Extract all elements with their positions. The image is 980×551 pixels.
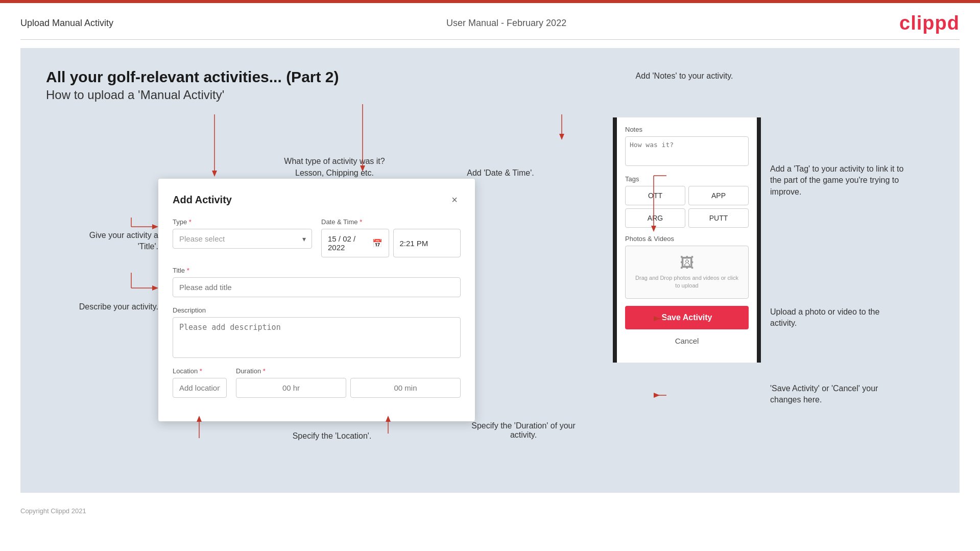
location-required: *	[200, 367, 202, 375]
datetime-inputs: 15 / 02 / 2022 📅 2:21 PM	[321, 229, 461, 257]
date-field: 15 / 02 / 2022 📅	[321, 229, 389, 257]
cancel-button[interactable]: Cancel	[673, 334, 701, 347]
main-subheading: How to upload a 'Manual Activity'	[46, 88, 934, 102]
add-activity-modal: Add Activity × Type * Please select	[158, 179, 475, 421]
type-datetime-row: Type * Please select ▾ Date & Time	[173, 218, 461, 257]
phone-panel: Notes Tags OTT APP ARG PUTT Photos & Vid…	[613, 117, 761, 363]
main-heading: All your golf-relevant activities... (Pa…	[46, 68, 934, 86]
annotation-give-title: Give your activity a 'Title'.	[77, 230, 158, 253]
annotation-tag: Add a 'Tag' to your activity to link it …	[770, 163, 913, 198]
annotation-describe: Describe your activity.	[77, 301, 158, 313]
type-group: Type * Please select ▾	[173, 218, 312, 257]
annotation-notes: Add 'Notes' to your activity.	[633, 71, 735, 81]
modal-close-button[interactable]: ×	[448, 193, 461, 207]
photo-upload-area[interactable]: 🖼 Drag and Drop photos and videos or cli…	[625, 246, 749, 299]
title-group: Title *	[173, 267, 461, 297]
duration-hr-input[interactable]	[236, 378, 346, 398]
description-textarea[interactable]	[173, 317, 461, 358]
location-group: Location *	[173, 367, 227, 398]
tag-app[interactable]: APP	[688, 186, 749, 205]
center-col: What type of activity was it? Lesson, Ch…	[158, 117, 587, 472]
notes-label: Notes	[625, 126, 749, 133]
annotation-location: Specify the 'Location'.	[281, 432, 383, 441]
header-divider	[20, 39, 960, 40]
type-select[interactable]: Please select	[173, 229, 312, 249]
description-label: Description	[173, 306, 461, 314]
annotation-save: 'Save Activity' or 'Cancel' your changes…	[770, 383, 908, 406]
location-label: Location *	[173, 367, 227, 375]
photo-icon: 🖼	[634, 254, 740, 271]
datetime-label: Date & Time *	[321, 218, 461, 226]
page-title: Upload Manual Activity	[20, 18, 113, 29]
location-input[interactable]	[173, 378, 227, 398]
right-col: Add 'Notes' to your activity. Notes Tags…	[603, 117, 934, 363]
header: Upload Manual Activity User Manual - Feb…	[0, 3, 980, 39]
photos-label: Photos & Videos	[625, 235, 749, 243]
top-annotation-row: What type of activity was it? Lesson, Ch…	[271, 117, 587, 179]
phone-panel-area: Notes Tags OTT APP ARG PUTT Photos & Vid…	[603, 117, 934, 363]
annotation-duration: Specify the 'Duration' of your activity.	[465, 421, 582, 440]
tag-ott[interactable]: OTT	[625, 186, 685, 205]
photo-upload-text: Drag and Drop photos and videos or click…	[634, 274, 740, 290]
right-side-annotations: Add a 'Tag' to your activity to link it …	[770, 117, 923, 363]
tag-arg[interactable]: ARG	[625, 208, 685, 228]
annotation-upload: Upload a photo or video to the activity.	[770, 306, 882, 329]
duration-group: Duration *	[236, 367, 461, 398]
type-select-wrapper: Please select ▾	[173, 229, 312, 249]
title-input[interactable]	[173, 277, 461, 297]
full-layout: Give your activity a 'Title'. Describe y…	[46, 117, 934, 472]
time-field: 2:21 PM	[393, 229, 461, 257]
save-activity-button[interactable]: Save Activity	[625, 306, 749, 329]
tags-grid: OTT APP ARG PUTT	[625, 186, 749, 228]
type-label: Type *	[173, 218, 312, 226]
logo: clippd	[899, 12, 960, 34]
duration-min-input[interactable]	[350, 378, 461, 398]
modal-header: Add Activity ×	[173, 193, 461, 207]
type-required: *	[189, 218, 192, 226]
manual-title: User Manual - February 2022	[446, 18, 566, 29]
modal-title: Add Activity	[173, 194, 232, 206]
annotation-date-time: Add 'Date & Time'.	[455, 167, 546, 179]
tags-label: Tags	[625, 175, 749, 183]
bottom-annotation-row: Specify the 'Location'. Specify the 'Dur…	[271, 421, 587, 472]
calendar-icon[interactable]: 📅	[372, 238, 383, 248]
datetime-group: Date & Time * 15 / 02 / 2022 📅 2:21 PM	[321, 218, 461, 257]
copyright: Copyright Clippd 2021	[0, 501, 980, 521]
duration-required: *	[263, 367, 266, 375]
main-content: All your golf-relevant activities... (Pa…	[20, 48, 960, 493]
description-group: Description	[173, 306, 461, 358]
duration-label: Duration *	[236, 367, 461, 375]
duration-inputs	[236, 378, 461, 398]
title-required: *	[187, 267, 189, 274]
notes-textarea[interactable]	[625, 136, 749, 166]
tag-putt[interactable]: PUTT	[688, 208, 749, 228]
title-label: Title *	[173, 267, 461, 274]
datetime-required: *	[360, 218, 362, 226]
location-duration-row: Location * Duration *	[173, 367, 461, 398]
annotation-what-type: What type of activity was it? Lesson, Ch…	[281, 156, 388, 179]
